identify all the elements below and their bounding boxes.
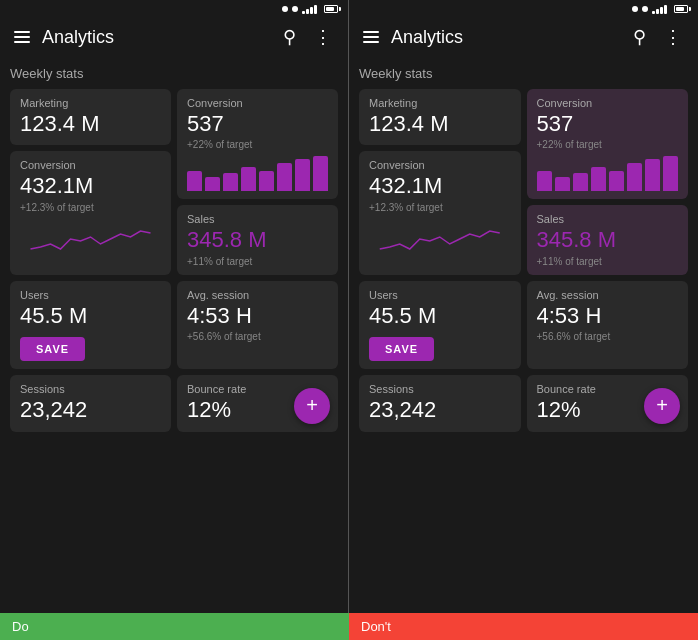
menu-line-r <box>363 41 379 43</box>
rbar4 <box>664 5 667 14</box>
avg-session-label-r: Avg. session <box>537 289 679 301</box>
rbar-8 <box>663 156 678 191</box>
bar-8 <box>313 156 328 191</box>
menu-line-r <box>363 31 379 33</box>
save-button-left[interactable]: SAVE <box>20 337 85 361</box>
conversion-top-sub: +22% of target <box>187 139 328 150</box>
status-dot-r1 <box>632 6 638 12</box>
menu-icon[interactable] <box>12 29 32 45</box>
conversion-top-card-r: Conversion 537 +22% of target <box>527 89 689 199</box>
battery-fill-right <box>676 7 684 11</box>
weekly-stats-label-right: Weekly stats <box>359 66 688 81</box>
conversion-main-sub: +12.3% of target <box>20 202 161 213</box>
conversion-top-value: 537 <box>187 111 328 137</box>
bar-3 <box>223 173 238 191</box>
sessions-value-r: 23,242 <box>369 397 511 423</box>
users-card: Users 45.5 M SAVE <box>10 281 171 369</box>
conversion-top-label: Conversion <box>187 97 328 109</box>
rbar-3 <box>573 173 588 191</box>
users-value-r: 45.5 M <box>369 303 511 329</box>
weekly-stats-label-left: Weekly stats <box>10 66 338 81</box>
sessions-card: Sessions 23,242 <box>10 375 171 431</box>
avg-session-sub: +56.6% of target <box>187 331 328 342</box>
sales-value-r: 345.8 M <box>537 227 679 253</box>
rbar-7 <box>645 159 660 191</box>
more-icon[interactable]: ⋮ <box>310 24 336 50</box>
conversion-main-value: 432.1M <box>20 173 161 199</box>
rbar-1 <box>537 171 552 191</box>
avg-session-sub-r: +56.6% of target <box>537 331 679 342</box>
status-dot-2 <box>292 6 298 12</box>
bar3 <box>310 7 313 14</box>
rbar-5 <box>609 171 624 191</box>
status-dot-1 <box>282 6 288 12</box>
rbar1 <box>652 11 655 14</box>
fab-right[interactable]: + <box>644 388 680 424</box>
sparkline-left <box>20 219 161 259</box>
bar4 <box>314 5 317 14</box>
bar2 <box>306 9 309 14</box>
marketing-label-r: Marketing <box>369 97 511 109</box>
marketing-label: Marketing <box>20 97 161 109</box>
marketing-card-r: Marketing 123.4 M <box>359 89 521 145</box>
sessions-card-r: Sessions 23,242 <box>359 375 521 431</box>
marketing-value: 123.4 M <box>20 111 161 137</box>
menu-line-r <box>363 36 379 38</box>
rbar3 <box>660 7 663 14</box>
avg-session-card-r: Avg. session 4:53 H +56.6% of target <box>527 281 689 369</box>
cards-grid-left: Marketing 123.4 M Conversion 537 +22% of… <box>10 89 338 432</box>
right-panel: Analytics ⚲ ⋮ Weekly stats Marketing 123… <box>349 0 698 613</box>
rbar-2 <box>555 177 570 191</box>
bounce-rate-card-r: Bounce rate 12% + <box>527 375 689 431</box>
marketing-value-r: 123.4 M <box>369 111 511 137</box>
bar-chart <box>187 156 328 191</box>
avg-session-value: 4:53 H <box>187 303 328 329</box>
status-bar-right <box>349 0 698 16</box>
avg-session-value-r: 4:53 H <box>537 303 679 329</box>
sparkline-right <box>369 219 511 259</box>
left-panel: Analytics ⚲ ⋮ Weekly stats Marketing 123… <box>0 0 349 613</box>
more-icon-right[interactable]: ⋮ <box>660 24 686 50</box>
signal-bars-right <box>652 4 667 14</box>
sessions-label: Sessions <box>20 383 161 395</box>
rbar-6 <box>627 163 642 191</box>
sales-label: Sales <box>187 213 328 225</box>
sales-sub-r: +11% of target <box>537 256 679 267</box>
marketing-card: Marketing 123.4 M <box>10 89 171 145</box>
app-title-left: Analytics <box>42 27 269 48</box>
battery-icon <box>324 5 338 13</box>
fab-left[interactable]: + <box>294 388 330 424</box>
conversion-top-sub-r: +22% of target <box>537 139 679 150</box>
menu-icon-right[interactable] <box>361 29 381 45</box>
avg-session-label: Avg. session <box>187 289 328 301</box>
bar-1 <box>187 171 202 191</box>
sales-label-r: Sales <box>537 213 679 225</box>
bar-2 <box>205 177 220 191</box>
do-label: Do <box>0 613 349 640</box>
conversion-main-value-r: 432.1M <box>369 173 511 199</box>
conversion-main-card: Conversion 432.1M +12.3% of target <box>10 151 171 274</box>
bottom-labels: Do Don't <box>0 613 698 640</box>
app-bar-right: Analytics ⚲ ⋮ <box>349 16 698 58</box>
users-label: Users <box>20 289 161 301</box>
sales-card-r: Sales 345.8 M +11% of target <box>527 205 689 274</box>
search-icon[interactable]: ⚲ <box>279 24 300 50</box>
menu-line <box>14 36 30 38</box>
users-value: 45.5 M <box>20 303 161 329</box>
search-icon-right[interactable]: ⚲ <box>629 24 650 50</box>
cards-grid-right: Marketing 123.4 M Conversion 537 +22% of… <box>359 89 688 432</box>
conversion-top-label-r: Conversion <box>537 97 679 109</box>
status-bar-left <box>0 0 348 16</box>
sales-card: Sales 345.8 M +11% of target <box>177 205 338 274</box>
sales-sub: +11% of target <box>187 256 328 267</box>
conversion-main-sub-r: +12.3% of target <box>369 202 511 213</box>
bar-4 <box>241 167 256 191</box>
content-left: Weekly stats Marketing 123.4 M Conversio… <box>0 58 348 613</box>
app-bar-left: Analytics ⚲ ⋮ <box>0 16 348 58</box>
dont-label: Don't <box>349 613 698 640</box>
conversion-main-card-r: Conversion 432.1M +12.3% of target <box>359 151 521 274</box>
battery-icon-right <box>674 5 688 13</box>
bar-5 <box>259 171 274 191</box>
save-button-right[interactable]: SAVE <box>369 337 434 361</box>
sessions-value: 23,242 <box>20 397 161 423</box>
